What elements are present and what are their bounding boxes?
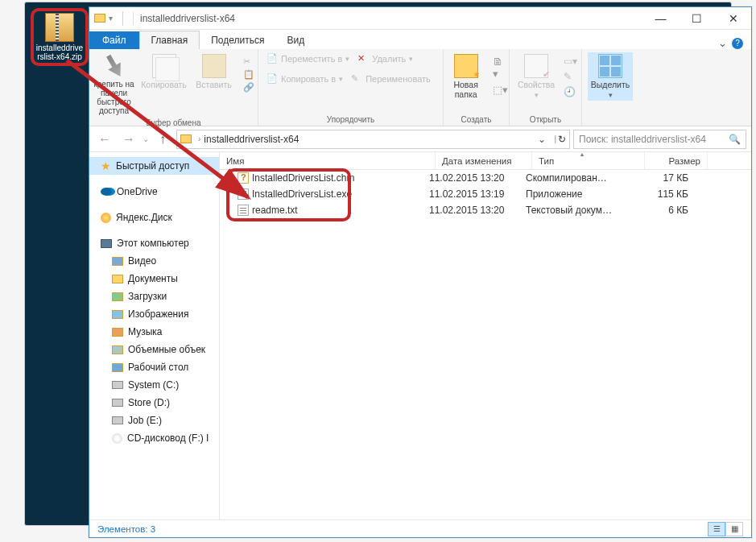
properties-button[interactable]: ✔ Свойства ▾ bbox=[514, 52, 559, 101]
edit-icon[interactable]: ✎ bbox=[564, 71, 577, 82]
file-size: 17 КБ bbox=[632, 172, 695, 184]
col-name[interactable]: Имя▴ bbox=[220, 152, 436, 169]
history-icon[interactable]: 🕘 bbox=[564, 86, 577, 97]
ribbon-group-new: Новая папка 🗎▾ ⬚▾ Создать bbox=[444, 49, 510, 126]
nav-documents[interactable]: Документы bbox=[89, 270, 219, 288]
pasteshortcut-icon[interactable]: 🔗 bbox=[242, 81, 256, 93]
ribbon-group-organize: 📄Переместить в▾ ✕Удалить▾ 📄Копировать в▾… bbox=[258, 49, 444, 126]
file-type: Скомпилирован… bbox=[519, 172, 632, 184]
select-icon bbox=[598, 54, 622, 78]
paste-button[interactable]: Вставить bbox=[192, 52, 237, 91]
nav-quick-access[interactable]: ★Быстрый доступ bbox=[89, 157, 219, 175]
folder-icon bbox=[112, 345, 123, 354]
status-item-count: Элементов: 3 bbox=[97, 524, 155, 534]
folder-icon bbox=[112, 275, 123, 283]
up-button[interactable]: ↑ bbox=[152, 129, 173, 150]
easyaccess-icon[interactable]: ⬚▾ bbox=[493, 84, 509, 96]
ribbon-group-select: Выделить ▾ bbox=[582, 49, 638, 126]
nav-drive-e[interactable]: Job (E:) bbox=[89, 412, 219, 429]
folder-icon bbox=[112, 292, 123, 301]
forward-button[interactable]: → bbox=[118, 129, 139, 150]
close-button[interactable]: ✕ bbox=[715, 7, 751, 30]
nav-3d-objects[interactable]: Объемные объек bbox=[89, 341, 219, 358]
file-size: 6 КБ bbox=[632, 205, 695, 216]
nav-onedrive[interactable]: OneDrive bbox=[89, 183, 219, 201]
newitem-icon[interactable]: 🗎▾ bbox=[493, 56, 509, 80]
ribbon-group-clipboard: крепить на панели быстрого доступа Копир… bbox=[89, 49, 258, 126]
breadcrumb[interactable]: › installeddriverslist-x64 ⌄ | ↻ bbox=[176, 130, 570, 149]
drive-icon bbox=[112, 416, 123, 424]
open-icon[interactable]: ▭▾ bbox=[564, 56, 577, 67]
column-headers: Имя▴ Дата изменения Тип Размер bbox=[220, 152, 751, 170]
window-title: installeddriverslist-x64 bbox=[140, 13, 235, 24]
file-date: 11.02.2015 13:20 bbox=[423, 205, 519, 216]
folder-icon bbox=[112, 363, 123, 372]
chm-icon bbox=[238, 172, 249, 184]
pc-icon bbox=[101, 239, 112, 248]
copyto-icon: 📄 bbox=[266, 73, 278, 85]
properties-icon: ✔ bbox=[524, 54, 548, 78]
select-button[interactable]: Выделить ▾ bbox=[588, 52, 633, 101]
yandex-icon bbox=[101, 213, 111, 223]
copy-button[interactable]: Копировать bbox=[142, 52, 187, 91]
file-name: readme.txt bbox=[252, 205, 298, 216]
nav-this-pc[interactable]: Этот компьютер bbox=[89, 234, 219, 252]
file-name: InstalledDriversList.exe bbox=[252, 188, 352, 200]
recent-dropdown[interactable]: ⌄ bbox=[143, 134, 149, 143]
moveto-button[interactable]: 📄Переместить в▾ bbox=[265, 52, 351, 65]
tab-home[interactable]: Главная bbox=[139, 31, 200, 49]
file-name: InstalledDriversList.chm bbox=[252, 172, 354, 184]
thumbnails-view-button[interactable]: ▦ bbox=[725, 522, 743, 536]
rename-icon: ✎ bbox=[351, 73, 362, 85]
star-icon: ★ bbox=[101, 159, 111, 172]
folder-icon bbox=[180, 134, 192, 143]
file-row[interactable]: InstalledDriversList.exe11.02.2015 13:19… bbox=[220, 186, 751, 202]
maximize-button[interactable]: ☐ bbox=[679, 7, 715, 30]
minimize-button[interactable]: — bbox=[642, 7, 679, 30]
group-label-clipboard: Буфер обмена bbox=[147, 117, 201, 127]
newfolder-button[interactable]: Новая папка bbox=[444, 52, 488, 101]
nav-yandex-disk[interactable]: Яндекс.Диск bbox=[89, 209, 219, 226]
ribbon-tabstrip: Файл Главная Поделиться Вид ⌄? bbox=[89, 30, 751, 49]
explorer-body: ★Быстрый доступ OneDrive Яндекс.Диск Это… bbox=[89, 152, 751, 519]
status-bar: Элементов: 3 ☰ ▦ bbox=[89, 519, 751, 537]
ribbon-help[interactable]: ⌄? bbox=[710, 37, 751, 49]
search-input[interactable]: Поиск: installeddriverslist-x64 🔍 bbox=[573, 130, 746, 149]
nav-music[interactable]: Музыка bbox=[89, 323, 219, 341]
folder-icon bbox=[112, 310, 123, 319]
cd-icon bbox=[112, 433, 122, 444]
tab-view[interactable]: Вид bbox=[275, 31, 316, 49]
txt-icon bbox=[238, 205, 249, 216]
nav-drive-c[interactable]: System (C:) bbox=[89, 376, 219, 394]
nav-cd-drive[interactable]: CD-дисковод (F:) I bbox=[89, 429, 219, 447]
details-view-button[interactable]: ☰ bbox=[708, 522, 725, 536]
pin-button[interactable]: крепить на панели быстрого доступа bbox=[92, 52, 137, 117]
rename-button[interactable]: ✎Переименовать bbox=[349, 72, 432, 85]
folder-icon bbox=[112, 257, 123, 266]
copypath-icon[interactable]: 📋 bbox=[242, 68, 256, 81]
file-row[interactable]: readme.txt11.02.2015 13:20Текстовый доку… bbox=[220, 202, 751, 218]
delete-button[interactable]: ✕Удалить▾ bbox=[356, 52, 415, 65]
breadcrumb-folder: installeddriverslist-x64 bbox=[204, 134, 299, 145]
tab-file[interactable]: Файл bbox=[89, 31, 139, 49]
drive-icon bbox=[112, 399, 123, 407]
nav-drive-d[interactable]: Store (D:) bbox=[89, 394, 219, 412]
group-label-new: Создать bbox=[461, 114, 491, 124]
nav-desktop[interactable]: Рабочий стол bbox=[89, 358, 219, 376]
nav-videos[interactable]: Видео bbox=[89, 252, 219, 270]
copy-icon bbox=[152, 54, 176, 78]
search-placeholder: Поиск: installeddriverslist-x64 bbox=[579, 134, 729, 145]
refresh-icon[interactable]: ↻ bbox=[558, 134, 566, 145]
back-button[interactable]: ← bbox=[94, 129, 115, 150]
nav-pictures[interactable]: Изображения bbox=[89, 305, 219, 323]
file-type: Текстовый докум… bbox=[519, 205, 632, 216]
address-dropdown-icon[interactable]: ⌄ bbox=[538, 134, 546, 145]
nav-downloads[interactable]: Загрузки bbox=[89, 288, 219, 305]
cut-icon[interactable]: ✂ bbox=[242, 56, 256, 68]
folder-icon bbox=[94, 14, 105, 23]
file-row[interactable]: InstalledDriversList.chm11.02.2015 13:20… bbox=[220, 170, 751, 186]
help-icon: ? bbox=[732, 38, 743, 49]
tab-share[interactable]: Поделиться bbox=[200, 31, 275, 49]
copyto-button[interactable]: 📄Копировать в▾ bbox=[265, 72, 345, 85]
desktop-zip-icon[interactable]: installeddrive rslist-x64.zip bbox=[31, 8, 89, 66]
